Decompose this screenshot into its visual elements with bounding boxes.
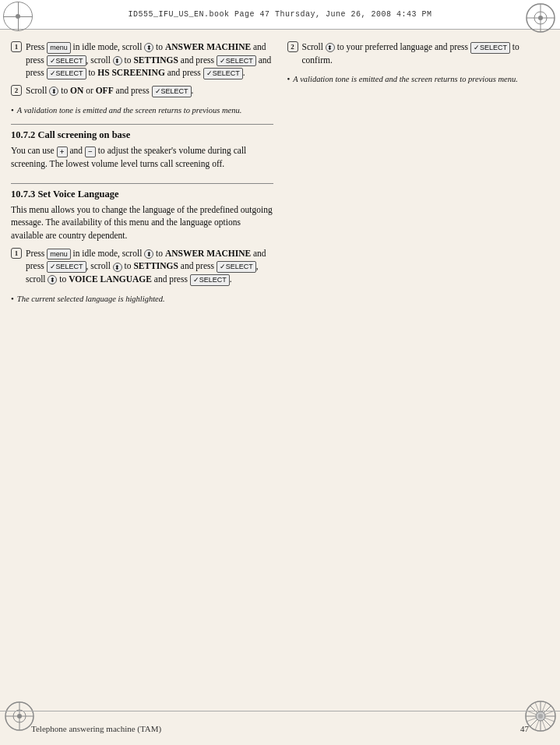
menu-btn-icon-2: menu [47, 249, 71, 260]
select-btn-6: ✓SELECT [47, 261, 86, 273]
header-text: ID555_IFU_US_EN.book Page 47 Thursday, J… [128, 10, 431, 19]
scroll-icon-4: ⬍ [144, 249, 153, 259]
select-btn-4: ✓SELECT [203, 68, 243, 79]
bullet-text-2: The current selected language is highlig… [17, 294, 165, 305]
step-1-text: Press menu in idle mode, scroll ⬍ to ANS… [26, 41, 273, 79]
scroll-icon-r1: ⬍ [326, 43, 335, 52]
select-btn-3: ✓SELECT [47, 68, 86, 79]
bullet-text-1: A validation tone is emitted and the scr… [17, 105, 242, 117]
select-btn-2: ✓SELECT [217, 55, 256, 67]
select-btn-1: ✓SELECT [47, 55, 86, 67]
section-1072-heading: 10.7.2 Call screening on base [11, 129, 273, 141]
bullet-1: • A validation tone is emitted and the s… [11, 105, 273, 117]
select-btn-8: ✓SELECT [190, 274, 230, 286]
step-g2-1-text: Press menu in idle mode, scroll ⬍ to ANS… [26, 247, 273, 286]
step-g2-number-1: 1 [11, 248, 22, 259]
right-bullet-dot-1: • [287, 74, 291, 86]
step-number-2: 2 [11, 85, 22, 96]
corner-top-right [524, 2, 557, 34]
right-step-number-2: 2 [287, 41, 298, 52]
section-1072-body: You can use + and − to adjust the speake… [11, 144, 273, 170]
scroll-icon-3: ⬍ [49, 87, 58, 96]
right-bullet-1: • A validation tone is emitted and the s… [287, 74, 550, 86]
divider-2 [11, 183, 273, 184]
menu-btn-icon: menu [47, 42, 71, 54]
corner-top-left [3, 2, 36, 34]
scroll-icon-2: ⬍ [113, 56, 122, 65]
minus-icon: − [85, 147, 96, 157]
step-number-1: 1 [11, 41, 22, 52]
page: ID555_IFU_US_EN.book Page 47 Thursday, J… [0, 0, 560, 745]
scroll-icon-6: ⬍ [48, 275, 57, 284]
divider-1 [11, 124, 273, 125]
scroll-icon-5: ⬍ [113, 263, 122, 272]
select-btn-7: ✓SELECT [217, 261, 256, 273]
right-column: 2 Scroll ⬍ to your preferred language an… [287, 41, 550, 706]
select-btn-r1: ✓SELECT [470, 42, 510, 54]
plus-icon: + [57, 147, 68, 157]
content-area: 1 Press menu in idle mode, scroll ⬍ to A… [11, 34, 549, 706]
step-1-block: 1 Press menu in idle mode, scroll ⬍ to A… [11, 41, 273, 79]
right-step-2-block: 2 Scroll ⬍ to your preferred language an… [287, 41, 550, 66]
step-2-text: Scroll ⬍ to ON or OFF and press ✓SELECT. [26, 84, 193, 97]
section-1073-heading: 10.7.3 Set Voice Language [11, 189, 273, 200]
header-bar: ID555_IFU_US_EN.book Page 47 Thursday, J… [0, 0, 560, 30]
select-btn-5: ✓SELECT [152, 86, 192, 97]
bullet-2: • The current selected language is highl… [11, 294, 273, 305]
step-g2-1-block: 1 Press menu in idle mode, scroll ⬍ to A… [11, 247, 273, 286]
footer-left-text: Telephone answering machine (TAM) [31, 724, 161, 733]
bullet-dot-1: • [11, 105, 14, 117]
left-column: 1 Press menu in idle mode, scroll ⬍ to A… [11, 41, 273, 706]
right-bullet-text-1: A validation tone is emitted and the scr… [293, 74, 518, 86]
section-1073-body: This menu allows you to change the langu… [11, 203, 273, 242]
footer: Telephone answering machine (TAM) 47 [0, 711, 560, 745]
bullet-dot-2: • [11, 294, 14, 305]
right-step-2-text: Scroll ⬍ to your preferred language and … [302, 41, 550, 66]
scroll-icon-1: ⬍ [144, 43, 153, 52]
footer-page-number: 47 [520, 724, 529, 733]
step-2-block: 2 Scroll ⬍ to ON or OFF and press ✓SELEC… [11, 84, 273, 97]
